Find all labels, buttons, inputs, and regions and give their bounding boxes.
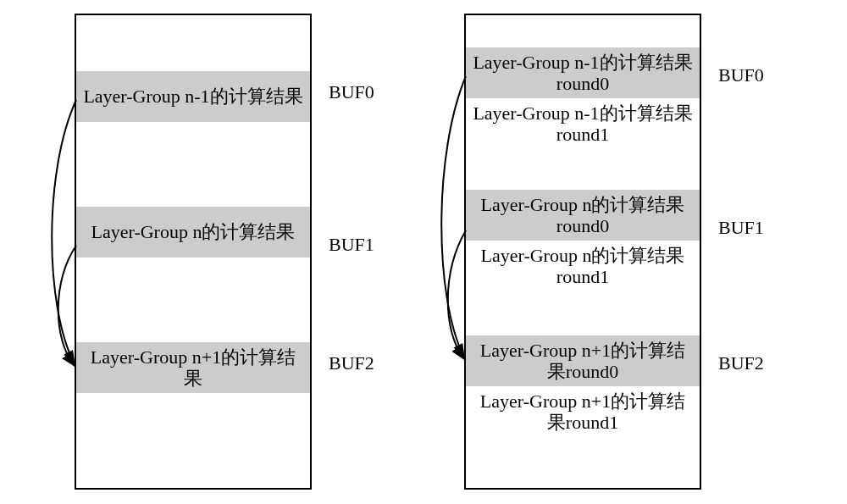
right-slot-buf1-round1: Layer-Group n的计算结果round1 [466,241,700,291]
right-slot-buf2-round1: Layer-Group n+1的计算结果round1 [466,386,700,437]
left-label-buf1: BUF1 [329,234,374,256]
left-label-buf2: BUF2 [329,352,374,374]
right-slot-buf1-round0: Layer-Group n的计算结果round0 [466,190,700,241]
left-label-buf0: BUF0 [329,81,374,103]
right-slot-buf0-round1: Layer-Group n-1的计算结果round1 [466,98,700,149]
left-slot-buf2: Layer-Group n+1的计算结果 [76,342,310,393]
left-slot-buf0: Layer-Group n-1的计算结果 [76,71,310,122]
right-slot-buf0-round0: Layer-Group n-1的计算结果round0 [466,47,700,98]
diagram-root: Layer-Group n-1的计算结果 Layer-Group n的计算结果 … [0,0,847,504]
right-label-buf2: BUF2 [718,352,764,374]
right-label-buf0: BUF0 [718,64,764,86]
left-slot-buf1: Layer-Group n的计算结果 [76,207,310,258]
right-label-buf1: BUF1 [718,217,764,239]
right-slot-buf2-round0: Layer-Group n+1的计算结果round0 [466,335,700,386]
